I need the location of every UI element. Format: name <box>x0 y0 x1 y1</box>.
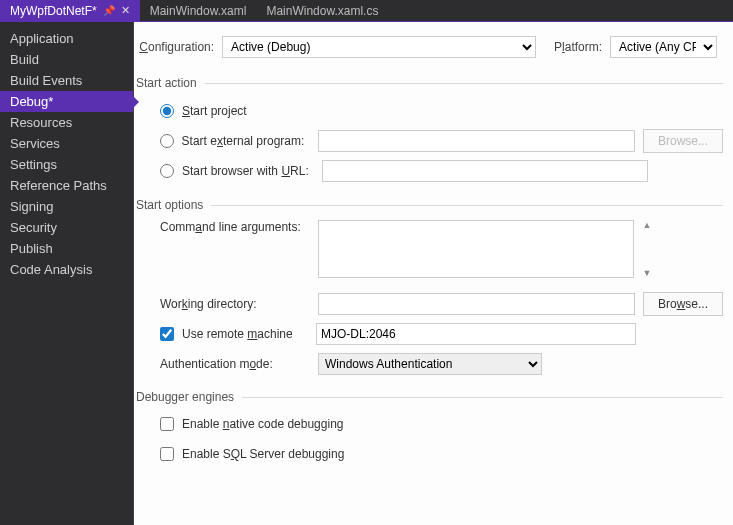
section-title: Start options <box>136 198 203 212</box>
enable-native-label: Enable native code debugging <box>182 417 343 431</box>
sidebar-item-reference-paths[interactable]: Reference Paths <box>0 175 133 196</box>
scrollbar[interactable]: ▲▼ <box>642 220 652 278</box>
tab-mainwindow-xaml-cs[interactable]: MainWindow.xaml.cs <box>256 0 388 21</box>
enable-sql-label: Enable SQL Server debugging <box>182 447 344 461</box>
section-start-options: Start options <box>136 198 723 212</box>
sidebar-item-code-analysis[interactable]: Code Analysis <box>0 259 133 280</box>
start-project-radio[interactable] <box>160 104 174 118</box>
sidebar-item-build-events[interactable]: Build Events <box>0 70 133 91</box>
property-pages-sidebar: Application Build Build Events Debug* Re… <box>0 22 133 525</box>
use-remote-label: Use remote machine <box>182 327 308 341</box>
enable-sql-checkbox[interactable] <box>160 447 174 461</box>
content-pane: Configuration: Active (Debug) Platform: … <box>133 22 733 525</box>
enable-native-checkbox[interactable] <box>160 417 174 431</box>
tab-bar: MyWpfDotNetF* 📌 ✕ MainWindow.xaml MainWi… <box>0 0 733 22</box>
start-external-label: Start external program: <box>182 134 310 148</box>
remote-machine-input[interactable] <box>316 323 636 345</box>
platform-select[interactable]: Active (Any CPU) <box>610 36 717 58</box>
sidebar-item-application[interactable]: Application <box>0 28 133 49</box>
divider <box>211 205 723 206</box>
section-title: Start action <box>136 76 197 90</box>
tab-mainwindow-xaml[interactable]: MainWindow.xaml <box>140 0 257 21</box>
sidebar-item-signing[interactable]: Signing <box>0 196 133 217</box>
configuration-select[interactable]: Active (Debug) <box>222 36 536 58</box>
platform-label: Platform: <box>554 40 602 54</box>
start-browser-radio[interactable] <box>160 164 174 178</box>
tab-active-project[interactable]: MyWpfDotNetF* 📌 ✕ <box>0 0 140 21</box>
sidebar-item-services[interactable]: Services <box>0 133 133 154</box>
cmd-args-label: Command line arguments: <box>160 220 310 234</box>
sidebar-item-publish[interactable]: Publish <box>0 238 133 259</box>
cmd-args-input[interactable] <box>318 220 634 278</box>
pin-icon[interactable]: 📌 <box>103 5 115 16</box>
tab-label: MyWpfDotNetF* <box>10 4 97 18</box>
working-dir-label: Working directory: <box>160 297 310 311</box>
section-start-action: Start action <box>136 76 723 90</box>
auth-mode-label: Authentication mode: <box>160 357 310 371</box>
tab-label: MainWindow.xaml.cs <box>266 4 378 18</box>
sidebar-item-build[interactable]: Build <box>0 49 133 70</box>
start-external-radio[interactable] <box>160 134 174 148</box>
sidebar-item-resources[interactable]: Resources <box>0 112 133 133</box>
external-program-input[interactable] <box>318 130 635 152</box>
browse-external-button[interactable]: Browse... <box>643 129 723 153</box>
divider <box>205 83 723 84</box>
browser-url-input[interactable] <box>322 160 648 182</box>
close-icon[interactable]: ✕ <box>121 4 130 17</box>
section-title: Debugger engines <box>136 390 234 404</box>
tab-label: MainWindow.xaml <box>150 4 247 18</box>
auth-mode-select[interactable]: Windows Authentication <box>318 353 542 375</box>
browse-working-dir-button[interactable]: Browse... <box>643 292 723 316</box>
start-browser-label: Start browser with URL: <box>182 164 314 178</box>
section-debugger-engines: Debugger engines <box>136 390 723 404</box>
sidebar-item-settings[interactable]: Settings <box>0 154 133 175</box>
configuration-label: Configuration: <box>136 40 214 54</box>
start-project-label: Start project <box>182 104 247 118</box>
sidebar-item-security[interactable]: Security <box>0 217 133 238</box>
sidebar-item-debug[interactable]: Debug* <box>0 91 133 112</box>
divider <box>242 397 723 398</box>
use-remote-checkbox[interactable] <box>160 327 174 341</box>
working-dir-input[interactable] <box>318 293 635 315</box>
